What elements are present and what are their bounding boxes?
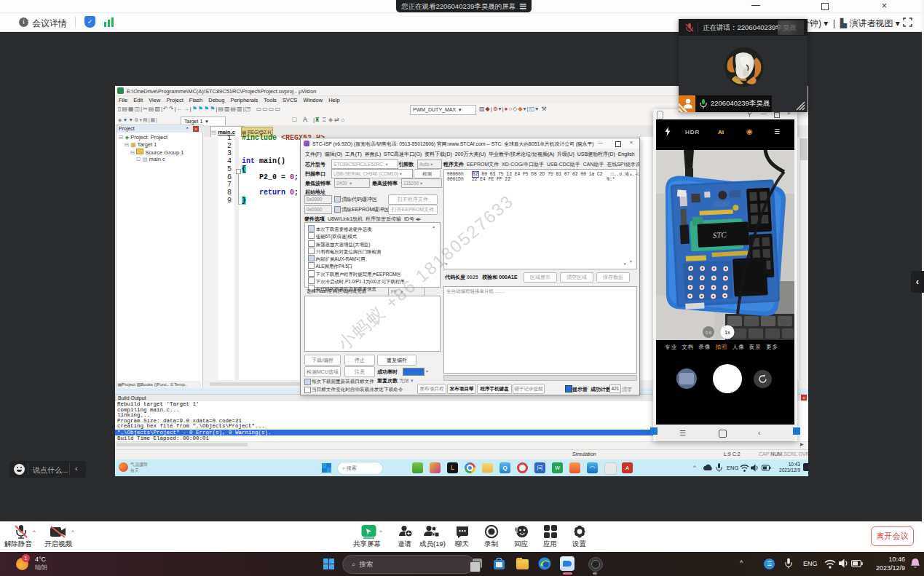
svg-text:STC: STC bbox=[712, 230, 727, 240]
svg-text:0.6: 0.6 bbox=[706, 331, 712, 335]
svg-text:1x: 1x bbox=[724, 330, 730, 335]
